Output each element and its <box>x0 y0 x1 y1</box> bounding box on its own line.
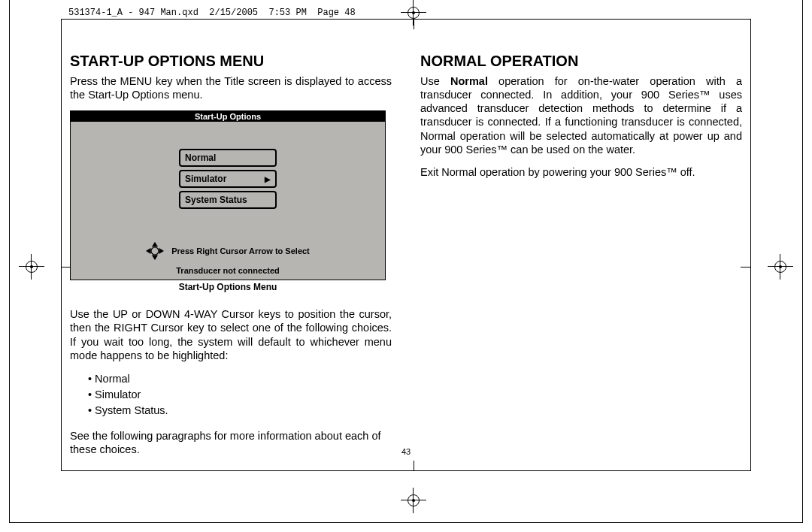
device-menu: Normal Simulator ▶ System Status <box>71 122 385 263</box>
menu-option-label: Simulator <box>185 174 226 184</box>
device-screenshot: Start-Up Options Normal Simulator ▶ Syst… <box>70 110 386 280</box>
tick-right <box>741 267 751 268</box>
left-column: START-UP OPTIONS MENU Press the MENU key… <box>70 53 392 462</box>
para-intro: Press the MENU key when the Title screen… <box>70 74 392 101</box>
device-caption: Start-Up Options Menu <box>70 282 386 292</box>
svg-point-0 <box>151 247 159 255</box>
registration-mark-right <box>768 254 793 280</box>
device-status: Transducer not connected <box>71 263 385 280</box>
page-frame: 531374-1_A - 947 Man.qxd 2/15/2005 7:53 … <box>9 0 803 523</box>
heading-normal: NORMAL OPERATION <box>420 53 742 70</box>
tick-bottom <box>414 461 414 471</box>
device-hint-text: Press Right Cursor Arrow to Select <box>171 246 310 255</box>
bullet-list: Normal Simulator System Status. <box>88 371 392 419</box>
chevron-right-icon: ▶ <box>265 175 271 183</box>
bullet-item: Normal <box>88 371 392 387</box>
page-number: 43 <box>10 447 802 456</box>
menu-option-label: Normal <box>185 153 216 163</box>
svg-marker-1 <box>153 243 157 246</box>
menu-option-label: System Status <box>185 195 247 205</box>
cursor-dpad-icon <box>146 242 164 260</box>
menu-option-normal[interactable]: Normal <box>179 149 277 167</box>
bullet-item: System Status. <box>88 403 392 419</box>
menu-option-simulator[interactable]: Simulator ▶ <box>179 170 277 188</box>
bullet-item: Simulator <box>88 387 392 403</box>
registration-mark-bottom <box>401 488 426 513</box>
para-normal-exit: Exit Normal operation by powering your 9… <box>420 165 742 179</box>
para-instructions: Use the UP or DOWN 4-WAY Cursor keys to … <box>70 307 392 362</box>
svg-marker-4 <box>159 249 163 253</box>
content-columns: START-UP OPTIONS MENU Press the MENU key… <box>70 53 742 462</box>
svg-marker-2 <box>153 255 157 259</box>
print-header: 531374-1_A - 947 Man.qxd 2/15/2005 7:53 … <box>68 8 356 18</box>
device-hint-row: Press Right Cursor Arrow to Select <box>146 242 310 260</box>
device-titlebar: Start-Up Options <box>71 111 385 122</box>
para-normal-desc: Use Normal operation for on-the-water op… <box>420 74 742 156</box>
menu-option-system-status[interactable]: System Status <box>179 191 277 209</box>
heading-startup: START-UP OPTIONS MENU <box>70 53 392 70</box>
right-column: NORMAL OPERATION Use Normal operation fo… <box>420 53 742 462</box>
registration-mark-left <box>19 254 44 280</box>
svg-marker-3 <box>147 249 150 253</box>
tick-top <box>414 19 414 29</box>
